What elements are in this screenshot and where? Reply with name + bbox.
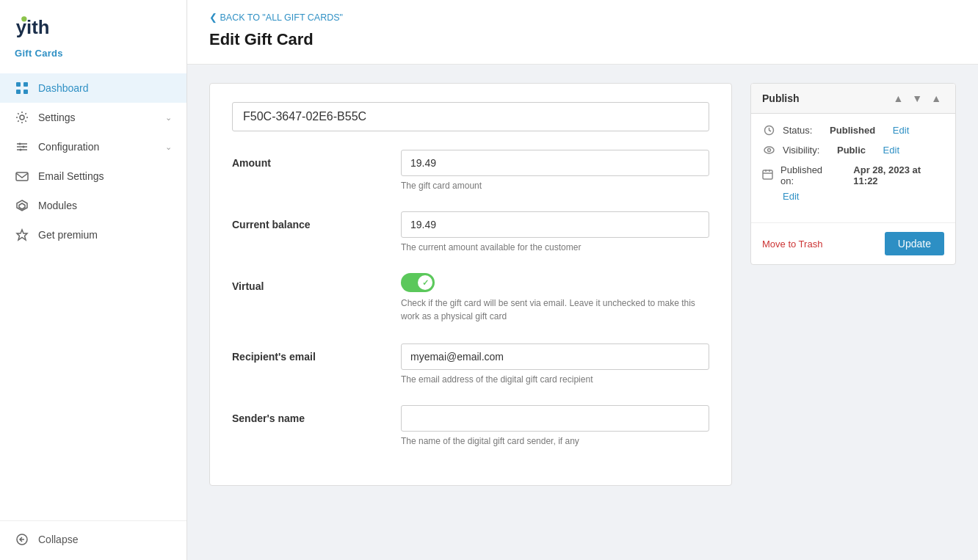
publish-panel: Publish ▲ ▼ ▲ Status: xyxy=(750,83,956,265)
virtual-field: ✓ Check if the gift card will be sent vi… xyxy=(401,273,709,323)
recipient-email-input[interactable] xyxy=(401,343,709,370)
publish-date-row: Published on: Apr 28, 2023 at 11:22 Edit xyxy=(762,164,944,203)
amount-input[interactable] xyxy=(401,150,709,176)
publish-controls: ▲ ▼ ▲ xyxy=(890,91,944,106)
sidebar-logo: yith Gift Cards xyxy=(0,0,186,66)
publish-footer: Move to Trash Update xyxy=(751,222,955,264)
publish-body: Status: Published Edit Visibility: Publi… xyxy=(751,114,955,222)
sidebar-collapse[interactable]: Collapse xyxy=(0,525,186,560)
collapse-icon xyxy=(15,532,29,547)
recipient-email-label: Recipient's email xyxy=(232,343,379,363)
toggle-check-icon: ✓ xyxy=(422,278,429,288)
recipient-email-hint: The email address of the digital gift ca… xyxy=(401,374,709,385)
svg-marker-16 xyxy=(17,230,27,240)
recipient-email-row: Recipient's email The email address of t… xyxy=(232,343,709,385)
dashboard-icon xyxy=(15,81,29,95)
status-icon xyxy=(762,125,775,136)
sidebar-item-configuration[interactable]: Configuration ⌄ xyxy=(0,132,186,161)
back-link[interactable]: ❮ BACK TO "ALL GIFT CARDS" xyxy=(209,12,956,23)
sidebar-item-label: Configuration xyxy=(38,141,156,153)
sidebar-item-settings[interactable]: Settings ⌄ xyxy=(0,103,186,132)
chevron-down-icon: ⌄ xyxy=(165,113,172,123)
sidebar-item-modules[interactable]: Modules xyxy=(0,191,186,220)
chevron-down-icon: ⌄ xyxy=(165,142,172,152)
visibility-label: Visibility: xyxy=(783,145,819,156)
publish-date-line: Published on: Apr 28, 2023 at 11:22 xyxy=(762,164,944,186)
virtual-row: Virtual ✓ Check if the gift card wil xyxy=(232,273,709,323)
publish-expand-button[interactable]: ▲ xyxy=(928,91,944,106)
publish-status-row: Status: Published Edit xyxy=(762,125,944,136)
sidebar-item-dashboard[interactable]: Dashboard xyxy=(0,73,186,103)
svg-text:yith: yith xyxy=(16,17,50,37)
visibility-value: Public xyxy=(837,145,866,156)
publish-collapse-up-button[interactable]: ▲ xyxy=(890,91,906,106)
visibility-icon xyxy=(762,145,775,156)
premium-icon xyxy=(15,228,29,242)
brand-name: Gift Cards xyxy=(15,48,172,59)
sidebar-item-label: Dashboard xyxy=(38,82,172,94)
status-value: Published xyxy=(830,125,875,136)
configuration-icon xyxy=(15,139,29,154)
sidebar-item-get-premium[interactable]: Get premium xyxy=(0,220,186,250)
current-balance-field: The current amount available for the cus… xyxy=(401,211,709,252)
status-label: Status: xyxy=(783,125,812,136)
svg-rect-13 xyxy=(16,172,28,181)
page-title: Edit Gift Card xyxy=(209,30,956,49)
svg-point-6 xyxy=(20,115,24,120)
publish-title: Publish xyxy=(762,92,884,104)
yith-logo: yith xyxy=(15,13,55,46)
amount-label: Amount xyxy=(232,150,379,169)
sidebar-item-label: Modules xyxy=(38,200,172,211)
recipient-email-field: The email address of the digital gift ca… xyxy=(401,343,709,385)
published-on-label: Published on: xyxy=(780,164,836,186)
publish-collapse-down-button[interactable]: ▼ xyxy=(909,91,925,106)
virtual-label: Virtual xyxy=(232,273,379,292)
amount-row: Amount The gift card amount xyxy=(232,150,709,191)
svg-point-1 xyxy=(21,16,26,21)
sidebar-item-label: Get premium xyxy=(38,229,172,241)
sender-name-label: Sender's name xyxy=(232,405,379,424)
svg-point-20 xyxy=(767,149,770,152)
published-on-edit-link[interactable]: Edit xyxy=(783,191,799,202)
page-header: ❮ BACK TO "ALL GIFT CARDS" Edit Gift Car… xyxy=(187,0,978,65)
sidebar-divider xyxy=(0,520,186,521)
svg-rect-3 xyxy=(23,82,28,87)
gift-card-code-input[interactable] xyxy=(232,102,709,131)
sidebar-item-label: Email Settings xyxy=(38,170,172,182)
main-content: ❮ BACK TO "ALL GIFT CARDS" Edit Gift Car… xyxy=(187,0,978,560)
svg-rect-21 xyxy=(763,170,772,179)
current-balance-row: Current balance The current amount avail… xyxy=(232,211,709,252)
settings-icon xyxy=(15,110,29,125)
current-balance-hint: The current amount available for the cus… xyxy=(401,242,709,252)
sidebar: yith Gift Cards Dashboard xyxy=(0,0,187,560)
current-balance-input[interactable] xyxy=(401,211,709,238)
collapse-label: Collapse xyxy=(38,534,172,545)
svg-rect-2 xyxy=(16,82,21,87)
update-button[interactable]: Update xyxy=(885,232,944,255)
virtual-toggle-wrap: ✓ xyxy=(401,273,709,292)
sender-name-input[interactable] xyxy=(401,405,709,432)
publish-header: Publish ▲ ▼ ▲ xyxy=(751,84,955,114)
modules-icon xyxy=(15,198,29,213)
svg-point-10 xyxy=(19,143,21,145)
status-edit-link[interactable]: Edit xyxy=(893,125,909,136)
sidebar-nav: Dashboard Settings ⌄ xyxy=(0,66,186,517)
visibility-edit-link[interactable]: Edit xyxy=(883,145,899,156)
sender-name-hint: The name of the digital gift card sender… xyxy=(401,436,709,446)
sender-name-row: Sender's name The name of the digital gi… xyxy=(232,405,709,446)
svg-marker-15 xyxy=(19,203,25,209)
sender-name-field: The name of the digital gift card sender… xyxy=(401,405,709,446)
content-area: Amount The gift card amount Current bala… xyxy=(187,65,978,504)
svg-point-19 xyxy=(764,147,774,153)
sidebar-item-label: Settings xyxy=(38,112,156,123)
virtual-toggle[interactable]: ✓ xyxy=(401,273,435,292)
publish-visibility-row: Visibility: Public Edit xyxy=(762,145,944,156)
svg-point-11 xyxy=(23,146,25,148)
sidebar-item-email-settings[interactable]: Email Settings xyxy=(0,161,186,191)
current-balance-label: Current balance xyxy=(232,211,379,230)
published-on-date: Apr 28, 2023 at 11:22 xyxy=(853,164,944,186)
move-to-trash-link[interactable]: Move to Trash xyxy=(762,239,822,250)
virtual-hint: Check if the gift card will be sent via … xyxy=(401,297,709,323)
amount-hint: The gift card amount xyxy=(401,181,709,191)
form-panel: Amount The gift card amount Current bala… xyxy=(209,83,732,486)
